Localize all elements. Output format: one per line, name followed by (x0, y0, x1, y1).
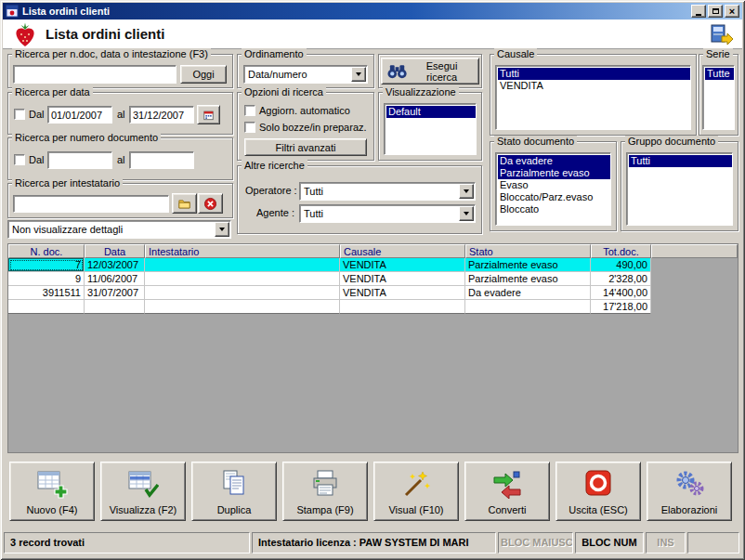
column-header-intestatario[interactable]: Intestatario (145, 244, 340, 258)
panel-ricerca-numero: Ricerca per numero documento Dal al (7, 137, 233, 180)
close-button[interactable]: × (725, 5, 739, 18)
al-label: al (117, 154, 125, 166)
duplica-label: Duplica (217, 504, 252, 515)
column-header-ndoc[interactable]: N. doc. (8, 244, 85, 258)
cell-causale[interactable]: VENDITA (340, 286, 465, 300)
column-header-stato[interactable]: Stato (465, 244, 591, 258)
table-row[interactable]: 3911511 31/07/2007 VENDITA Da evadere 14… (8, 286, 738, 300)
list-item[interactable]: Bloccato/Parz.evaso (498, 191, 610, 203)
numero-dal-input[interactable] (47, 151, 112, 169)
app-icon (6, 5, 19, 18)
orders-grid: N. doc. Data Intestatario Causale Stato … (7, 243, 738, 453)
panel-ricerca-intestatario: Ricerca per intestatario (7, 183, 233, 218)
cell-stato[interactable]: Parzialmente evaso (465, 258, 591, 272)
panel-visualizzazione-label: Visualizzazione (383, 86, 459, 98)
doc-search-input[interactable] (13, 65, 176, 84)
table-row[interactable]: 9 11/06/2007 VENDITA Parzialmente evaso … (8, 272, 738, 286)
cell-causale[interactable]: VENDITA (340, 272, 465, 286)
stato-documento-listbox: Da evadere Parzialmente evaso Evaso Bloc… (495, 152, 611, 226)
dal-label: Dal (29, 154, 45, 166)
list-item[interactable]: Parzialmente evaso (498, 167, 610, 179)
list-item[interactable]: Tutti (629, 155, 732, 167)
today-button[interactable]: Oggi (180, 65, 227, 84)
dal-numero-checkbox[interactable] (14, 154, 25, 165)
status-records: 3 record trovati (4, 532, 250, 553)
cell-intestatario[interactable] (145, 286, 340, 300)
cell-data[interactable]: 31/07/2007 (85, 286, 145, 300)
elaborazioni-button[interactable]: Elaborazioni (647, 462, 732, 521)
esegui-ricerca-button[interactable]: Esegui ricerca (381, 58, 479, 85)
browse-intestatario-button[interactable] (172, 193, 197, 214)
app-window: Lista ordini clienti × Lista ordini clie… (0, 0, 745, 560)
list-item[interactable]: Bloccato (498, 203, 610, 215)
column-header-causale[interactable]: Causale (340, 244, 465, 258)
grand-total: 17'218,00 (591, 300, 651, 314)
list-item[interactable]: Tutti (498, 68, 690, 80)
operatore-select[interactable]: Tutti (299, 182, 476, 201)
calendar-button[interactable] (197, 105, 220, 124)
cell-ndoc[interactable]: 9 (8, 272, 85, 286)
calendar-icon (203, 109, 214, 122)
duplica-button[interactable]: Duplica (191, 462, 277, 521)
data-al-input[interactable] (129, 106, 194, 124)
cell-causale[interactable]: VENDITA (340, 258, 465, 272)
gruppo-documento-listbox: Tutti (626, 152, 733, 226)
solo-bozze-checkbox[interactable] (244, 122, 255, 133)
visualizza-button[interactable]: Visualizza (F2) (100, 462, 186, 521)
cell-ndoc[interactable]: 3911511 (8, 286, 85, 300)
magic-wand-icon (400, 469, 432, 499)
chevron-down-icon (459, 184, 474, 199)
minimize-button[interactable] (691, 5, 706, 18)
solo-bozze-label: Solo bozze/in preparaz. (259, 122, 367, 134)
column-header-filler (651, 244, 738, 258)
visual-button[interactable]: Visual (F10) (373, 462, 459, 521)
filtri-avanzati-button[interactable]: Filtri avanzati (244, 138, 367, 156)
clear-intestatario-button[interactable] (198, 193, 223, 214)
panel-ricerca-numero-label: Ricerca per numero documento (12, 132, 161, 144)
cell-ndoc[interactable]: 7 (8, 258, 85, 272)
aggiorn-automatico-checkbox[interactable] (244, 105, 255, 116)
stampa-button[interactable]: Stampa (F9) (282, 462, 368, 521)
list-item[interactable]: Da evadere (498, 155, 610, 167)
dettagli-value: Non visualizzare dettagli (8, 224, 215, 235)
panel-doc-search: Ricerca per n.doc, data o intestazione (… (7, 54, 233, 88)
column-header-totdoc[interactable]: Tot.doc. (591, 244, 651, 258)
strawberry-logo-icon (11, 20, 39, 48)
cell-totdoc[interactable]: 14'400,00 (591, 286, 651, 300)
cell-intestatario[interactable] (145, 258, 340, 272)
list-item[interactable]: VENDITA (498, 80, 690, 92)
cell-stato[interactable]: Parzialmente evaso (465, 272, 591, 286)
list-item[interactable]: Default (386, 106, 476, 118)
cell-intestatario[interactable] (145, 272, 340, 286)
panel-gruppo-documento: Gruppo documento Tutti (621, 141, 738, 231)
data-dal-input[interactable] (47, 106, 112, 124)
cell-data[interactable]: 12/03/2007 (85, 258, 145, 272)
chevron-down-icon (215, 222, 229, 237)
window-title: Lista ordini clienti (22, 6, 689, 17)
agente-select[interactable]: Tutti (299, 204, 476, 223)
maximize-button[interactable] (708, 5, 723, 18)
intestatario-input[interactable] (13, 195, 169, 213)
cell-data[interactable]: 11/06/2007 (85, 272, 145, 286)
cell-totdoc[interactable]: 2'328,00 (591, 272, 651, 286)
dettagli-select[interactable]: Non visualizzare dettagli (7, 220, 231, 239)
header-tool-icon[interactable] (710, 22, 734, 46)
panel-altre-ricerche-label: Altre ricerche (242, 160, 307, 172)
cell-totdoc[interactable]: 490,00 (591, 258, 651, 272)
status-filler (687, 532, 739, 553)
grid-header-row: N. doc. Data Intestatario Causale Stato … (8, 244, 738, 258)
numero-al-input[interactable] (129, 151, 194, 169)
table-row[interactable]: 7 12/03/2007 VENDITA Parzialmente evaso … (8, 258, 738, 272)
print-icon (309, 469, 341, 499)
ordinamento-select[interactable]: Data/numero (243, 65, 368, 84)
dal-data-checkbox[interactable] (14, 109, 25, 120)
list-item[interactable]: Tutte (705, 68, 734, 80)
nuovo-button[interactable]: Nuovo (F4) (9, 462, 95, 521)
list-item[interactable]: Evaso (498, 179, 610, 191)
uscita-button[interactable]: Uscita (ESC) (555, 462, 641, 521)
column-header-data[interactable]: Data (85, 244, 145, 258)
converti-button[interactable]: Converti (464, 462, 550, 521)
panel-stato-documento-label: Stato documento (494, 136, 577, 148)
cell-stato[interactable]: Da evadere (465, 286, 591, 300)
agente-value: Tutti (300, 208, 459, 219)
